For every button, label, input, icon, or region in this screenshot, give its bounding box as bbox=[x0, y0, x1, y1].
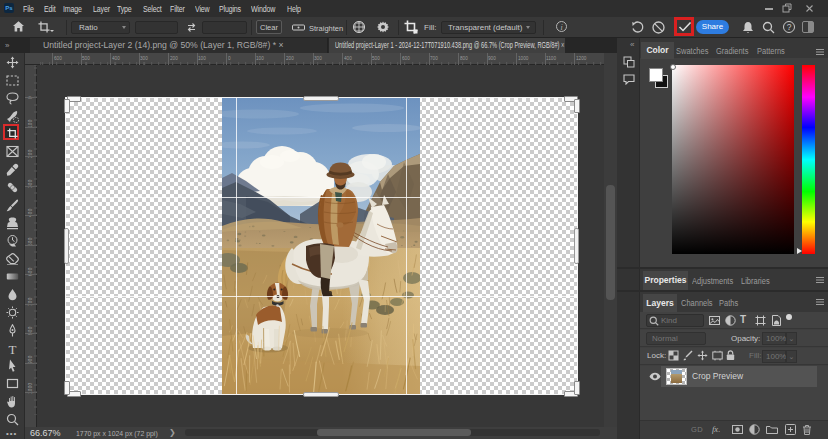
svg-text:T: T bbox=[9, 342, 17, 355]
